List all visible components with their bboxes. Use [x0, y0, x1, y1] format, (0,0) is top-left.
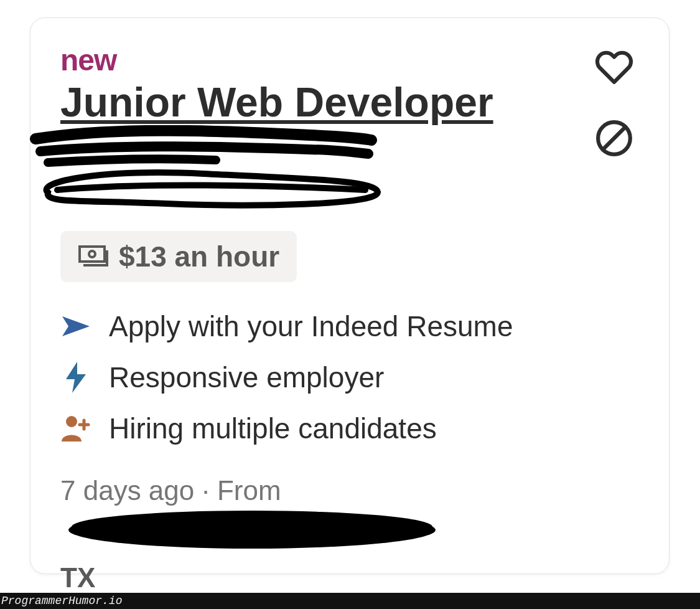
svg-point-8: [72, 511, 432, 543]
salary-text: $13 an hour: [119, 240, 279, 273]
svg-line-1: [603, 127, 626, 150]
header-actions: [589, 43, 639, 160]
feature-text: Responsive employer: [109, 361, 384, 394]
watermark-bar: ProgrammerHumor.io: [0, 593, 700, 609]
new-badge: new: [60, 43, 589, 77]
bolt-icon: [60, 362, 91, 393]
svg-marker-5: [66, 362, 86, 393]
header-left: new Junior Web Developer: [60, 43, 589, 231]
meta-separator: ·: [202, 475, 217, 506]
header-row: new Junior Web Developer: [60, 43, 639, 231]
svg-point-6: [66, 416, 77, 427]
from-label: From: [217, 475, 281, 506]
feature-hiring-multiple: Hiring multiple candidates: [60, 412, 639, 445]
feature-list: Apply with your Indeed Resume Responsive…: [60, 309, 639, 445]
redacted-company-info: [29, 125, 589, 219]
svg-point-3: [89, 251, 95, 257]
footer-meta: 7 days ago · From TX: [60, 473, 639, 596]
feature-apply-resume: Apply with your Indeed Resume: [60, 309, 639, 343]
salary-chip: $13 an hour: [60, 231, 297, 282]
watermark-text: ProgrammerHumor.io: [1, 595, 122, 607]
cash-icon: [78, 241, 109, 272]
svg-marker-4: [62, 316, 90, 336]
feature-text: Hiring multiple candidates: [109, 412, 437, 445]
location-suffix: TX: [60, 562, 95, 593]
redacted-source: [65, 508, 439, 560]
posted-age: 7 days ago: [60, 475, 194, 506]
job-card: new Junior Web Developer: [30, 17, 670, 574]
save-heart-icon[interactable]: [595, 48, 633, 89]
feature-text: Apply with your Indeed Resume: [109, 309, 513, 343]
block-icon[interactable]: [595, 119, 633, 160]
send-icon: [60, 311, 91, 342]
person-plus-icon: [60, 413, 91, 444]
svg-rect-2: [80, 247, 105, 262]
feature-responsive: Responsive employer: [60, 361, 639, 394]
job-title-link[interactable]: Junior Web Developer: [60, 79, 493, 125]
